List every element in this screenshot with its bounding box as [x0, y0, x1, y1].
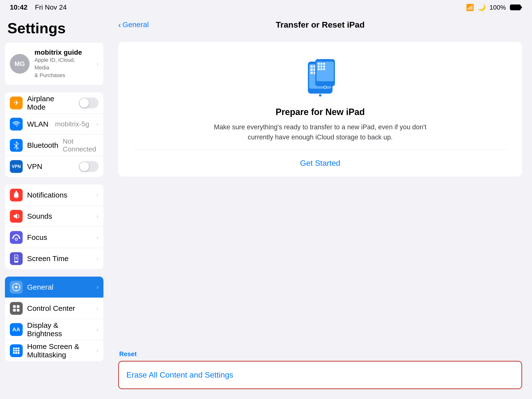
- sidebar-item-vpn[interactable]: VPN VPN: [5, 156, 103, 177]
- prepare-card: Prepare for New iPad Make sure everythin…: [118, 42, 522, 177]
- svg-rect-1: [521, 6, 522, 8]
- wlan-chevron: ›: [97, 121, 99, 128]
- svg-rect-12: [16, 283, 17, 285]
- svg-rect-27: [15, 352, 17, 354]
- sidebar-item-sounds[interactable]: Sounds ›: [5, 206, 103, 227]
- svg-rect-51: [323, 68, 325, 70]
- svg-rect-19: [17, 309, 19, 312]
- bluetooth-icon: [10, 139, 23, 152]
- sidebar-item-notifications[interactable]: Notifications ›: [5, 184, 103, 206]
- display-chevron: ›: [97, 326, 99, 333]
- reset-label: Reset: [119, 350, 522, 358]
- focus-label: Focus: [27, 233, 91, 242]
- status-time: 10:42: [10, 3, 28, 11]
- notifications-label: Notifications: [27, 191, 91, 199]
- controlcenter-chevron: ›: [97, 305, 99, 312]
- svg-rect-45: [323, 63, 325, 65]
- wifi-icon: 📶: [466, 4, 474, 11]
- battery-percent: 100%: [490, 4, 506, 11]
- account-chevron: ›: [97, 60, 99, 67]
- svg-rect-34: [310, 68, 313, 71]
- svg-rect-26: [13, 352, 15, 354]
- svg-rect-46: [318, 66, 320, 67]
- panel-title: Transfer or Reset iPad: [118, 20, 522, 30]
- svg-rect-25: [17, 350, 19, 351]
- sidebar-item-screentime[interactable]: Screen Time ›: [5, 248, 103, 269]
- prepare-desc: Make sure everything's ready to transfer…: [209, 122, 431, 142]
- svg-rect-50: [320, 68, 322, 70]
- svg-rect-16: [13, 305, 16, 308]
- general-chevron: ›: [97, 284, 99, 291]
- svg-rect-14: [12, 287, 14, 287]
- spacer: [118, 184, 522, 350]
- general-icon: [10, 281, 23, 294]
- sounds-chevron: ›: [97, 213, 99, 220]
- svg-rect-17: [17, 305, 19, 308]
- svg-rect-48: [323, 66, 325, 67]
- sidebar-item-airplane[interactable]: ✈ Airplane Mode: [5, 92, 103, 114]
- wlan-icon: [10, 118, 23, 131]
- bluetooth-label: Bluetooth: [27, 141, 58, 150]
- notifications-group: Notifications › Sounds ›: [5, 184, 103, 269]
- system-group: General › Control Center › AA Display &: [5, 277, 103, 361]
- svg-point-11: [15, 286, 17, 288]
- airplane-toggle[interactable]: [79, 98, 99, 108]
- status-icons: 📶 🌙 100%: [466, 4, 522, 11]
- vpn-toggle[interactable]: [79, 161, 99, 172]
- sidebar-item-general[interactable]: General ›: [5, 277, 103, 298]
- sidebar-item-focus[interactable]: Focus ›: [5, 227, 103, 248]
- svg-rect-44: [320, 63, 322, 65]
- account-subtitle: Apple ID, iCloud, Media& Purchases: [34, 56, 91, 79]
- display-icon: AA: [10, 323, 23, 336]
- svg-rect-9: [15, 257, 17, 260]
- svg-rect-43: [318, 63, 320, 65]
- account-name: mobitrix guide: [34, 49, 91, 56]
- sidebar-item-bluetooth[interactable]: Bluetooth Not Connected ›: [5, 135, 103, 156]
- focus-chevron: ›: [97, 234, 99, 241]
- back-button[interactable]: ‹ General: [118, 20, 149, 30]
- focus-icon: [10, 231, 23, 244]
- screentime-chevron: ›: [97, 255, 99, 262]
- prepare-icon: [293, 57, 347, 100]
- wlan-label: WLAN: [27, 120, 51, 128]
- screentime-icon: [10, 252, 23, 265]
- sidebar: Settings MG mobitrix guide Apple ID, iCl…: [0, 15, 108, 399]
- prepare-title: Prepare for New iPad: [276, 107, 365, 117]
- erase-button[interactable]: Erase All Content and Settings: [119, 362, 521, 388]
- bluetooth-value: Not Connected: [63, 137, 96, 153]
- svg-rect-49: [318, 68, 320, 70]
- main-layout: Settings MG mobitrix guide Apple ID, iCl…: [0, 15, 532, 399]
- sounds-icon: [10, 210, 23, 223]
- svg-rect-13: [16, 290, 17, 291]
- right-panel: ‹ General Transfer or Reset iPad: [108, 15, 532, 399]
- wlan-value: mobitrix-5g: [55, 120, 89, 128]
- get-started-button[interactable]: Get Started: [133, 150, 507, 177]
- svg-rect-3: [511, 5, 520, 10]
- avatar: MG: [10, 54, 30, 74]
- connectivity-group: ✈ Airplane Mode WLAN mobitrix-5g ›: [5, 92, 103, 177]
- sidebar-item-controlcenter[interactable]: Control Center ›: [5, 298, 103, 319]
- back-chevron-icon: ‹: [118, 20, 121, 30]
- battery-icon: [510, 4, 522, 11]
- svg-rect-15: [19, 287, 20, 287]
- sounds-label: Sounds: [27, 212, 91, 220]
- svg-rect-31: [310, 65, 313, 68]
- back-label: General: [122, 20, 149, 29]
- account-card[interactable]: MG mobitrix guide Apple ID, iCloud, Medi…: [5, 43, 103, 85]
- reset-section: Reset Erase All Content and Settings: [118, 350, 522, 399]
- svg-rect-22: [17, 348, 19, 349]
- svg-rect-20: [13, 348, 15, 349]
- notifications-chevron: ›: [97, 192, 99, 199]
- notifications-icon: [10, 189, 23, 201]
- svg-rect-47: [320, 66, 322, 67]
- airplane-label: Airplane Mode: [27, 95, 74, 111]
- account-info: mobitrix guide Apple ID, iCloud, Media& …: [34, 49, 91, 79]
- sidebar-item-display[interactable]: AA Display & Brightness ›: [5, 319, 103, 340]
- controlcenter-icon: [10, 302, 23, 315]
- status-bar: 10:42 Fri Nov 24 📶 🌙 100%: [0, 0, 532, 15]
- svg-point-40: [319, 94, 322, 97]
- svg-rect-24: [15, 350, 17, 351]
- sidebar-item-homescreen[interactable]: Home Screen & Multitasking ›: [5, 340, 103, 361]
- airplane-icon: ✈: [10, 97, 23, 109]
- sidebar-item-wlan[interactable]: WLAN mobitrix-5g ›: [5, 114, 103, 135]
